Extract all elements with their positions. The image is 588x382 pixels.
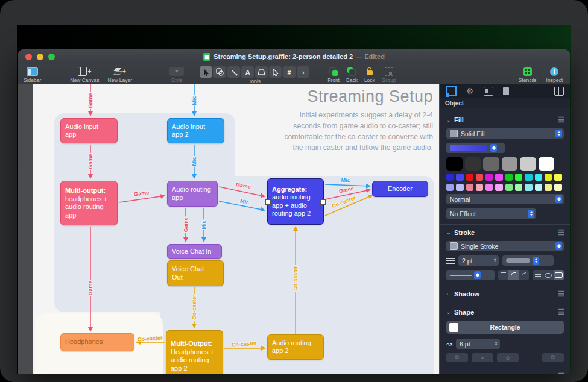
section-menu-icon[interactable]: ☰ [558,290,564,298]
rect-stroke-button[interactable] [554,270,564,280]
edge-game[interactable] [119,196,165,202]
line-section-header[interactable]: ⌄ Line ☰ [446,372,564,374]
settings-inspector-tab[interactable]: ⚙ [466,87,474,95]
color-swatch[interactable] [495,174,502,181]
color-swatch[interactable] [446,184,454,191]
edge-mic[interactable] [325,184,370,186]
color-swatch[interactable] [539,157,555,171]
group-button[interactable]: Group [382,66,396,83]
multi-output-2[interactable]: Multi-Output: Headphones + audio routing… [166,330,223,374]
selection-handle[interactable] [265,199,271,205]
stepper-icon[interactable] [528,210,534,218]
color-swatch[interactable] [446,174,454,181]
section-menu-icon[interactable]: ☰ [558,228,564,237]
multi-output-headphones[interactable]: Multi-output: headphones + audio routing… [60,181,118,225]
oval-stroke-button[interactable] [543,270,554,280]
shape-intersect-button[interactable]: ⚭ [472,353,493,362]
canvas-inspector-tab[interactable] [484,87,493,96]
section-menu-icon[interactable]: ☰ [558,116,564,124]
blend-mode-dropdown[interactable]: Normal [446,194,564,204]
color-swatch[interactable] [554,184,561,191]
audio-routing-app-2[interactable]: Audio routing app 2 [267,334,324,360]
stepper-icon[interactable] [490,144,497,152]
close-button[interactable] [25,54,32,60]
color-swatch[interactable] [502,157,518,171]
audio-input-app[interactable]: Audio input app [60,118,118,143]
color-swatch[interactable] [545,174,552,181]
stroke-style-dropdown[interactable] [446,270,495,280]
shape-tool[interactable] [213,66,226,78]
color-swatch[interactable] [525,184,532,191]
color-swatch[interactable] [515,174,522,181]
shadow-section-header[interactable]: › Shadow ☰ [446,290,564,298]
text-tool[interactable]: A [241,66,254,78]
stepper-icon[interactable] [474,271,481,279]
section-menu-icon[interactable]: ☰ [558,372,564,374]
lock-button[interactable]: Lock [364,66,375,83]
color-swatch[interactable] [525,174,532,181]
style-popup[interactable]: ▾ Style [169,66,184,83]
voice-chat-out[interactable]: Voice Chat Out [167,260,224,286]
stepper-icon[interactable] [555,195,562,203]
color-swatch[interactable] [554,174,561,181]
color-swatch[interactable] [446,157,463,171]
color-swatch[interactable] [466,174,473,181]
more-tools-button[interactable]: › [297,66,309,78]
send-back-button[interactable]: Back [346,66,358,83]
color-swatch[interactable] [456,174,463,181]
inspector-grid-icon[interactable] [554,87,564,96]
shape-section-header[interactable]: ⌄ Shape ☰ [446,308,564,316]
canvas-page[interactable]: Streaming Setup Initial experiments sugg… [33,84,439,374]
new-layer-button[interactable]: + New Layer [108,66,133,83]
fill-section-header[interactable]: ⌄ Fill ☰ [446,116,564,124]
corner-arc-button[interactable] [519,270,529,280]
stroke-type-dropdown[interactable]: Single Stroke [446,241,564,251]
sidebar-button[interactable]: Sidebar [24,66,41,83]
stroke-width-stepper[interactable]: 2 pt ⇕ [458,255,499,266]
color-swatch[interactable] [485,184,493,191]
inspect-button[interactable]: i Inspect [546,66,563,83]
color-swatch[interactable] [466,184,473,191]
stroke-section-header[interactable]: ⌄ Stroke ☰ [446,228,564,237]
color-swatch[interactable] [485,174,493,181]
stepper-icon[interactable] [555,242,562,250]
diagramming-tool[interactable]: # [283,66,296,78]
fill-color-dropdown[interactable] [446,143,505,153]
color-swatch[interactable] [495,184,502,191]
new-canvas-button[interactable]: + New Canvas [70,66,99,83]
document-inspector-tab[interactable] [503,87,509,95]
headphones[interactable]: Headphones [60,333,134,351]
color-swatch[interactable] [456,184,463,191]
shape-type-button[interactable]: Rectangle [446,321,564,334]
object-inspector-tab[interactable] [446,86,457,96]
corner-rounded-button[interactable] [508,270,519,280]
corner-square-button[interactable] [498,270,508,280]
color-swatch[interactable] [476,174,483,181]
color-swatch[interactable] [535,174,542,181]
effect-dropdown[interactable]: No Effect [446,208,536,219]
stencils-button[interactable]: Stencils [519,66,537,83]
stepper-icon[interactable] [533,257,539,265]
zoom-button[interactable] [48,54,55,60]
stepper-icon[interactable] [555,130,562,137]
point-editor-tool[interactable] [269,66,282,78]
shape-subtract-button[interactable]: ⊘ [497,353,519,362]
color-swatch[interactable] [535,184,542,191]
color-swatch[interactable] [520,157,536,171]
shape-split-button[interactable]: ⧉ [542,353,564,362]
selection-handle[interactable] [320,199,326,205]
corner-radius-stepper[interactable]: 6 pt ⇕ [456,339,500,349]
audio-routing-app[interactable]: Audio routing app [167,181,218,207]
aggregate[interactable]: Aggregate: audio routing app + audio rou… [267,178,324,225]
stroke-color-dropdown[interactable] [502,255,554,266]
line-tool[interactable] [227,66,240,78]
color-swatch[interactable] [465,157,481,171]
color-swatch[interactable] [476,184,483,191]
encoder[interactable]: Encoder [372,181,428,197]
minimize-button[interactable] [37,54,43,60]
color-swatch[interactable] [515,184,522,191]
color-swatch[interactable] [505,184,513,191]
audio-input-app-2[interactable]: Audio input app 2 [167,118,224,143]
shape-union-button[interactable]: ⧉ [446,353,468,362]
canvas-scroll-area[interactable]: Streaming Setup Initial experiments sugg… [18,84,440,374]
